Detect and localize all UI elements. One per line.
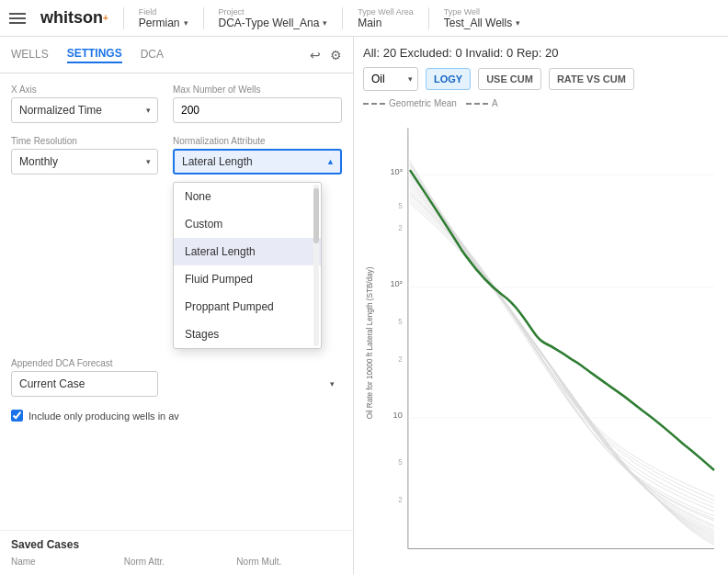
dropdown-scrollbar-thumb: [313, 188, 319, 243]
norm-attr-select[interactable]: Lateral Length: [173, 149, 342, 174]
fluid-select-wrapper: Oil: [363, 67, 418, 91]
legend-a-label: A: [492, 98, 498, 108]
saved-cases-headers: Name Norm Attr. Norm Mult.: [11, 557, 342, 567]
svg-text:2: 2: [398, 355, 403, 364]
svg-text:10: 10: [393, 411, 403, 420]
svg-text:5: 5: [398, 202, 403, 210]
saved-cases-title: Saved Cases: [11, 538, 342, 551]
tab-bar: WELLS SETTINGS DCA ↩ ⚙: [0, 37, 353, 73]
tab-dca[interactable]: DCA: [141, 48, 164, 62]
fluid-select[interactable]: Oil: [363, 67, 418, 91]
chart-legend: Geometric Mean A: [363, 98, 719, 108]
type-well-chevron-icon: ▾: [516, 18, 520, 28]
svg-text:5: 5: [398, 318, 403, 326]
nav-divider-1: [123, 7, 124, 29]
dropdown-scrollbar[interactable]: [313, 185, 319, 346]
main-layout: WELLS SETTINGS DCA ↩ ⚙ X Axis Normalized…: [0, 37, 728, 574]
include-producing-checkbox[interactable]: [11, 410, 23, 422]
normattr-col: Normalization Attribute Lateral Length ▲…: [173, 136, 342, 174]
col-name-header: Name: [11, 557, 117, 567]
settings-filter-button[interactable]: ⚙: [330, 48, 342, 62]
maxwells-label: Max Number of Wells: [173, 84, 342, 95]
svg-text:2: 2: [398, 224, 403, 232]
time-resolution-select[interactable]: Monthly: [11, 149, 158, 174]
legend-a-line: [466, 103, 488, 105]
xaxis-select-wrapper: Normalized Time ▾: [11, 97, 158, 123]
tab-actions: ↩ ⚙: [310, 48, 342, 62]
chart-area: 10³ 5 2 10² 5 2 10 5 2: [363, 112, 719, 574]
dropdown-item-proppant-pumped[interactable]: Proppant Pumped: [174, 293, 321, 321]
green-mean-line: [410, 170, 714, 470]
xaxis-maxwells-row: X Axis Normalized Time ▾ Max Number of W…: [11, 84, 342, 123]
rate-vs-cum-button[interactable]: RATE VS CUM: [549, 68, 634, 90]
norm-attr-label: Normalization Attribute: [173, 136, 342, 146]
chart-controls: Oil LOGY USE CUM RATE VS CUM: [363, 67, 719, 91]
dropdown-item-custom[interactable]: Custom: [174, 210, 321, 238]
xaxis-label: X Axis: [11, 84, 158, 95]
xaxis-col: X Axis Normalized Time ▾: [11, 84, 158, 123]
norm-attr-wrapper: Lateral Length ▲: [173, 149, 342, 174]
appended-dca-row: Appended DCA Forecast Current Case ▾: [11, 358, 342, 397]
type-well-label: Type Well: [444, 7, 520, 17]
timeresolution-normattr-row: Time Resolution Monthly ▾ Normalization …: [11, 136, 342, 174]
saved-cases-section: Saved Cases Name Norm Attr. Norm Mult.: [0, 530, 353, 574]
xaxis-select[interactable]: Normalized Time: [11, 97, 158, 123]
field-label: Field: [139, 7, 188, 17]
chart-summary: All: 20 Excluded: 0 Invalid: 0 Rep: 20: [363, 46, 719, 60]
project-label: Project: [219, 7, 328, 17]
norm-attr-dropdown: None Custom Lateral Length Fluid Pumped …: [173, 182, 322, 349]
use-cum-button[interactable]: USE CUM: [478, 68, 541, 90]
top-nav: whitson+ Field Permian ▾ Project DCA-Typ…: [0, 0, 728, 37]
timeresolution-col: Time Resolution Monthly ▾: [11, 136, 158, 174]
svg-text:Oil Rate for 10000 ft Lateral : Oil Rate for 10000 ft Lateral Length (ST…: [366, 266, 374, 419]
appended-dca-label: Appended DCA Forecast: [11, 358, 342, 368]
field-select[interactable]: Permian ▾: [139, 17, 188, 29]
legend-geo-mean-label: Geometric Mean: [389, 98, 457, 108]
app-logo: whitson+: [40, 8, 108, 28]
legend-a-item: A: [466, 98, 498, 108]
tab-settings[interactable]: SETTINGS: [67, 47, 122, 63]
left-panel: WELLS SETTINGS DCA ↩ ⚙ X Axis Normalized…: [0, 37, 354, 574]
hamburger-menu[interactable]: [9, 13, 26, 24]
type-well-area-select[interactable]: Main: [358, 17, 413, 29]
include-producing-label: Include only producing wells in av: [28, 411, 179, 422]
project-select[interactable]: DCA-Type Well_Ana ▾: [219, 17, 328, 29]
project-chevron-icon: ▾: [323, 18, 327, 28]
legend-dashed-line: [363, 103, 385, 105]
back-arrow-button[interactable]: ↩: [310, 48, 321, 62]
chart-svg: 10³ 5 2 10² 5 2 10 5 2: [363, 112, 719, 574]
dropdown-item-lateral-length[interactable]: Lateral Length: [174, 238, 321, 265]
nav-divider-2: [203, 7, 204, 29]
appended-dca-select-wrapper: Current Case ▾: [11, 371, 342, 397]
time-resolution-label: Time Resolution: [11, 136, 158, 146]
type-well-select[interactable]: Test_All Wells ▾: [444, 17, 520, 29]
dropdown-item-none[interactable]: None: [174, 183, 321, 210]
tab-wells[interactable]: WELLS: [11, 48, 49, 62]
nav-type-well-area-section: Type Well Area Main: [358, 7, 413, 29]
dropdown-item-fluid-pumped[interactable]: Fluid Pumped: [174, 265, 321, 293]
max-wells-input[interactable]: [173, 97, 342, 123]
nav-field-section: Field Permian ▾: [139, 7, 188, 29]
nav-type-well-section: Type Well Test_All Wells ▾: [444, 7, 520, 29]
logy-button[interactable]: LOGY: [426, 68, 471, 90]
svg-text:5: 5: [398, 458, 403, 467]
type-well-area-label: Type Well Area: [358, 7, 413, 17]
col-norm-header: Norm Attr.: [124, 557, 230, 567]
appended-dca-chevron-icon: ▾: [330, 379, 335, 388]
nav-project-section: Project DCA-Type Well_Ana ▾: [219, 7, 328, 29]
svg-text:10³: 10³: [391, 167, 403, 176]
field-chevron-icon: ▾: [184, 18, 188, 28]
svg-text:2: 2: [398, 496, 403, 504]
time-resolution-select-wrapper: Monthly ▾: [11, 149, 158, 174]
nav-divider-3: [342, 7, 343, 29]
settings-content: X Axis Normalized Time ▾ Max Number of W…: [0, 73, 353, 530]
right-panel: All: 20 Excluded: 0 Invalid: 0 Rep: 20 O…: [354, 37, 728, 574]
nav-divider-4: [428, 7, 429, 29]
appended-dca-select[interactable]: Current Case: [11, 371, 158, 397]
include-producing-row: Include only producing wells in av: [11, 410, 342, 422]
dropdown-item-stages[interactable]: Stages: [174, 321, 321, 348]
svg-text:10²: 10²: [391, 279, 403, 288]
maxwells-col: Max Number of Wells: [173, 84, 342, 123]
col-mult-header: Norm Mult.: [236, 557, 342, 567]
legend-geo-mean: Geometric Mean: [363, 98, 457, 108]
